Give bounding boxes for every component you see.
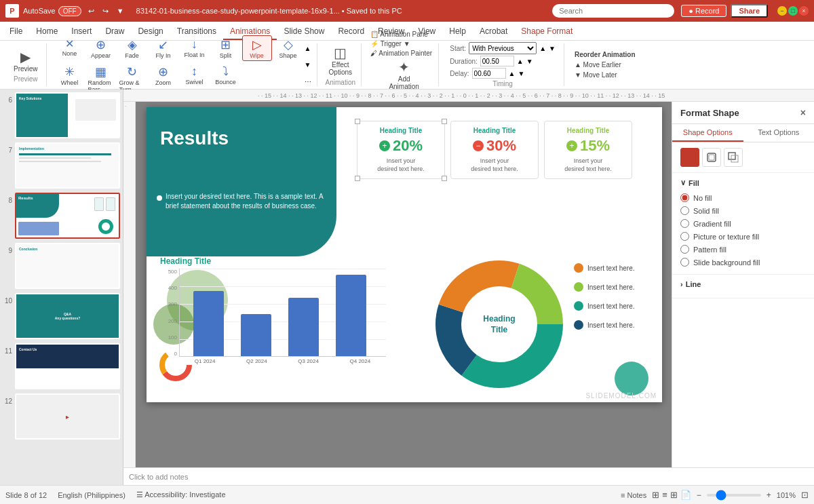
slide-thumbnail-11[interactable]: 11 Contact Us bbox=[3, 343, 120, 389]
option-gradient-fill[interactable]: Gradient fill bbox=[680, 217, 806, 230]
start-down[interactable]: ▼ bbox=[549, 45, 556, 52]
option-pattern-fill[interactable]: Pattern fill bbox=[680, 243, 806, 256]
panel-effects-icon[interactable] bbox=[702, 148, 721, 167]
minimize-button[interactable]: − bbox=[777, 6, 787, 16]
tab-record[interactable]: Record bbox=[331, 24, 371, 40]
slide-img-11[interactable]: Contact Us bbox=[15, 343, 120, 389]
anim-scroll-down[interactable]: ▼ bbox=[305, 61, 311, 69]
trigger-button[interactable]: ⚡ Trigger ▼ bbox=[370, 39, 433, 48]
slide-thumbnail-10[interactable]: 10 Q&AAny questions? bbox=[3, 293, 120, 339]
anim-wipe[interactable]: ▷ Wipe bbox=[242, 35, 272, 61]
notes-page-button[interactable]: 📄 bbox=[680, 490, 691, 500]
zoom-slider[interactable] bbox=[707, 494, 761, 497]
normal-view-button[interactable]: ⊞ bbox=[652, 490, 659, 500]
panel-tab-shape-options[interactable]: Shape Options bbox=[672, 124, 743, 142]
radio-no-fill[interactable] bbox=[680, 193, 689, 202]
animation-painter-button[interactable]: 🖌 Animation Painter bbox=[370, 49, 433, 58]
anim-none[interactable]: ✕ None bbox=[55, 35, 85, 61]
zoom-out-button[interactable]: − bbox=[697, 490, 701, 500]
ribbon-group-effect: ◫ EffectOptions Animation bbox=[320, 43, 362, 86]
slide-thumbnail-9[interactable]: 9 Conclusion bbox=[3, 243, 120, 289]
slide-thumbnail-7[interactable]: 7 Implementation bbox=[3, 142, 120, 189]
option-picture-fill[interactable]: Picture or texture fill bbox=[680, 230, 806, 243]
line-section-header[interactable]: › Line bbox=[680, 280, 806, 288]
effect-options-button[interactable]: ◫ EffectOptions bbox=[326, 43, 355, 77]
format-panel-close[interactable]: × bbox=[800, 107, 806, 118]
handle-tl[interactable] bbox=[355, 119, 360, 124]
anim-shape[interactable]: ◇ Shape bbox=[273, 35, 303, 61]
delay-up[interactable]: ▲ bbox=[509, 70, 516, 77]
tab-acrobat[interactable]: Acrobat bbox=[473, 24, 514, 40]
maximize-button[interactable]: □ bbox=[788, 6, 798, 16]
slide-img-7[interactable]: Implementation bbox=[15, 142, 120, 189]
slide-thumbnail-8[interactable]: 8 Results bbox=[3, 193, 120, 239]
option-slide-bg-fill[interactable]: Slide background fill bbox=[680, 256, 806, 269]
handle-tr[interactable] bbox=[442, 119, 447, 124]
canvas-container[interactable]: · Results Insert your desired text here.… bbox=[123, 102, 672, 467]
anim-fade[interactable]: ◈ Fade bbox=[117, 35, 147, 61]
search-input[interactable] bbox=[552, 4, 674, 18]
slide-canvas[interactable]: Results Insert your desired text here. T… bbox=[147, 107, 662, 402]
share-button[interactable]: Share bbox=[731, 4, 768, 18]
anim-more[interactable]: ⋯ bbox=[305, 78, 311, 85]
fill-section-header[interactable]: ∨ Fill bbox=[680, 178, 806, 187]
anim-split[interactable]: ⊞ Split bbox=[211, 35, 241, 61]
anim-scroll-up[interactable]: ▲ bbox=[305, 45, 311, 52]
zoom-percentage[interactable]: 101% bbox=[777, 491, 796, 499]
option-solid-fill[interactable]: Solid fill bbox=[680, 204, 806, 217]
slide-img-9[interactable]: Conclusion bbox=[15, 243, 120, 289]
start-up[interactable]: ▲ bbox=[539, 45, 546, 52]
tab-help[interactable]: Help bbox=[442, 24, 473, 40]
slide-img-12[interactable]: ▶ bbox=[15, 393, 120, 440]
duration-down[interactable]: ▼ bbox=[526, 58, 533, 65]
add-animation-button[interactable]: ✦ AddAnimation bbox=[386, 58, 421, 92]
panel-tab-text-options[interactable]: Text Options bbox=[743, 124, 815, 142]
reorder-section: Reorder Animation ▲ Move Earlier ▼ Move … bbox=[573, 50, 638, 79]
anim-flyin[interactable]: ↙ Fly In bbox=[149, 35, 178, 61]
radio-pattern-fill[interactable] bbox=[680, 245, 689, 254]
anim-floatin[interactable]: ↓ Float In bbox=[180, 35, 210, 61]
panel-size-icon[interactable] bbox=[724, 148, 743, 167]
slide-thumbnail-6[interactable]: 6 Key Solutions bbox=[3, 92, 120, 138]
slide-img-6[interactable]: Key Solutions bbox=[15, 92, 120, 138]
move-earlier-button[interactable]: ▲ Move Earlier bbox=[573, 60, 638, 69]
radio-gradient-fill[interactable] bbox=[680, 219, 689, 228]
delay-input[interactable] bbox=[472, 68, 506, 79]
y-200: 200 bbox=[160, 318, 177, 324]
handle-bl[interactable] bbox=[355, 176, 360, 181]
panel-fill-icon[interactable] bbox=[680, 148, 699, 167]
tab-file[interactable]: File bbox=[3, 24, 29, 40]
tab-shape-format[interactable]: Shape Format bbox=[514, 24, 579, 40]
slide-thumbnail-12[interactable]: 12 ▶ bbox=[3, 393, 120, 440]
radio-picture-fill[interactable] bbox=[680, 232, 689, 241]
notes-placeholder[interactable]: Click to add notes bbox=[129, 473, 188, 481]
title-bar-right: ● Record Share − □ × bbox=[681, 4, 809, 18]
undo-icon[interactable]: ↩ bbox=[85, 5, 97, 17]
zoom-in-button[interactable]: + bbox=[767, 490, 771, 500]
anim-appear[interactable]: ⊕ Appear bbox=[86, 35, 116, 61]
customize-icon[interactable]: ▼ bbox=[114, 5, 127, 17]
fit-slide-button[interactable]: ⊡ bbox=[801, 490, 809, 500]
slide-img-10[interactable]: Q&AAny questions? bbox=[15, 293, 120, 339]
option-no-fill[interactable]: No fill bbox=[680, 191, 806, 204]
slide-img-8[interactable]: Results bbox=[15, 193, 120, 239]
outline-view-button[interactable]: ≡ bbox=[662, 490, 667, 500]
close-button[interactable]: × bbox=[799, 6, 809, 16]
radio-slide-bg-fill[interactable] bbox=[680, 258, 689, 267]
start-select[interactable]: With Previous After Previous On Click bbox=[469, 42, 537, 54]
preview-button[interactable]: ▶ Preview bbox=[11, 47, 41, 74]
delay-down[interactable]: ▼ bbox=[518, 70, 524, 77]
move-later-button[interactable]: ▼ Move Later bbox=[573, 71, 638, 79]
autosave-toggle[interactable]: OFF bbox=[58, 6, 81, 16]
accessibility-button[interactable]: ☰ Accessibility: Investigate bbox=[136, 490, 226, 499]
animation-pane-button[interactable]: 📋 Animation Pane bbox=[370, 30, 433, 39]
slide-sorter-button[interactable]: ⊞ bbox=[670, 490, 678, 500]
duration-up[interactable]: ▲ bbox=[517, 58, 524, 65]
duration-input[interactable] bbox=[480, 56, 514, 66]
record-button[interactable]: ● Record bbox=[681, 5, 726, 17]
handle-br[interactable] bbox=[442, 176, 447, 181]
legend-dot-4 bbox=[574, 320, 583, 330]
redo-icon[interactable]: ↪ bbox=[100, 5, 111, 17]
notes-button[interactable]: ≡ Notes bbox=[621, 491, 646, 499]
radio-solid-fill[interactable] bbox=[680, 206, 689, 215]
